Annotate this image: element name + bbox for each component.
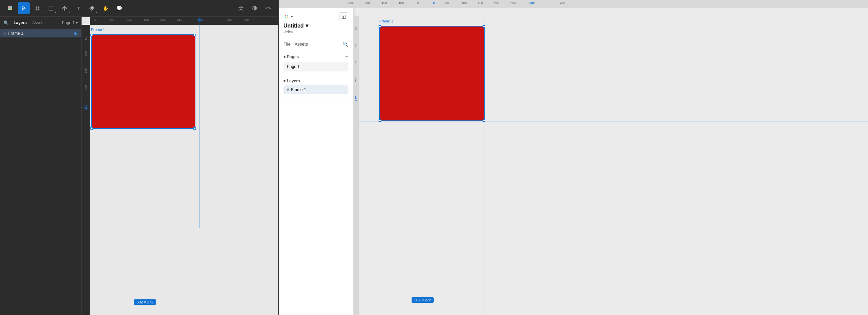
r-left-200: 200 xyxy=(354,77,358,82)
ruler-mark-450: 450 xyxy=(244,18,249,21)
contrast-btn[interactable] xyxy=(248,2,261,14)
svg-point-5 xyxy=(64,10,65,11)
red-rectangle xyxy=(92,35,195,128)
r-left-50: 50 xyxy=(354,27,358,30)
pen-tool-btn[interactable]: ▾ xyxy=(58,2,71,14)
r-ruler-m100: -100 xyxy=(398,1,404,5)
dev-mode-btn[interactable]: </> xyxy=(262,2,274,14)
ruler-mark-400: 400 xyxy=(227,18,232,21)
toolbar-right-tools: </> xyxy=(235,2,274,14)
r-ruler-150: 150 xyxy=(478,1,483,5)
svg-rect-2 xyxy=(8,9,10,10)
r-ruler-250: 250 xyxy=(510,1,516,5)
rs-title[interactable]: Untitled ▾ xyxy=(283,22,348,29)
rs-pages-section: ▾ Pages + Page 1 xyxy=(279,50,353,75)
svg-rect-1 xyxy=(11,6,12,8)
hand-tool-btn[interactable]: ✋ xyxy=(99,2,111,14)
star-btn[interactable] xyxy=(235,2,247,14)
rs-page1-item[interactable]: Page 1 xyxy=(283,62,348,71)
ruler-vertical-line xyxy=(199,17,200,228)
rs-delete-btn[interactable]: delete xyxy=(283,29,348,35)
sidebar-search-icon[interactable]: 🔍 xyxy=(3,20,9,26)
sidebar-tab-layers[interactable]: Layers xyxy=(12,19,29,26)
rs-top-row: ▾ xyxy=(283,12,348,21)
frame-icon: # xyxy=(4,31,6,35)
text-tool-btn[interactable]: T xyxy=(72,2,84,14)
r-ruler-m150: -150 xyxy=(381,1,387,5)
rs-tab-assets[interactable]: Assets xyxy=(295,41,308,47)
sidebar-tab-assets[interactable]: Assets xyxy=(30,19,47,26)
left-canvas: 0 50 100 150 200 250 302 400 450 50 10 xyxy=(82,17,278,315)
svg-rect-12 xyxy=(287,17,289,19)
rs-pages-title: ▾ Pages xyxy=(283,54,299,59)
left-size-badge: 302 × 272 xyxy=(134,299,156,305)
component-tool-btn[interactable]: ▾ xyxy=(86,2,98,14)
svg-rect-10 xyxy=(287,15,289,17)
corner-tr[interactable] xyxy=(193,34,196,36)
rs-layers-section: ▾ Layers # Frame 1 xyxy=(279,75,353,98)
r-ruler-m50: -50 xyxy=(415,1,419,5)
r-ruler-50: 50 xyxy=(445,1,449,5)
left-ruler-top: 0 50 100 150 200 250 302 400 450 xyxy=(90,17,278,25)
figma-logo-btn[interactable] xyxy=(4,2,16,14)
sidebar-tabs-row: 🔍 Layers Assets Page 1 ▾ xyxy=(0,17,81,29)
rs-tab-file[interactable]: File xyxy=(283,41,291,47)
r-ruler-100: 100 xyxy=(462,1,467,5)
right-corner-tl[interactable] xyxy=(379,25,381,28)
corner-bl[interactable] xyxy=(90,127,93,130)
right-frame-box[interactable] xyxy=(379,26,485,121)
left-frame-label: Frame 1 xyxy=(91,28,105,32)
rs-layer-frame1[interactable]: # Frame 1 xyxy=(283,85,348,94)
right-frame-label: Frame 1 xyxy=(379,19,393,23)
svg-rect-0 xyxy=(8,6,10,8)
left-frame-box[interactable] xyxy=(91,34,195,129)
right-app-inner: ▾ Untitled ▾ delete File xyxy=(279,8,868,315)
visibility-icon[interactable]: ◉ xyxy=(74,31,77,36)
ruler-horiz-line xyxy=(82,107,89,108)
corner-br[interactable] xyxy=(193,127,196,130)
rs-pages-header[interactable]: ▾ Pages + xyxy=(283,54,348,60)
rs-logo-caret: ▾ xyxy=(291,15,293,19)
r-ruler-0: 0 xyxy=(433,1,435,5)
rs-pages-add[interactable]: + xyxy=(345,54,348,60)
layer-frame1[interactable]: # Frame 1 ◉ xyxy=(0,29,81,37)
rs-layers-title: ▾ Layers xyxy=(283,79,300,83)
rs-layers-header[interactable]: ▾ Layers xyxy=(283,79,348,83)
ruler-left-mark-272: 272 xyxy=(84,104,87,110)
toolbar-sep xyxy=(128,5,128,12)
right-sidebar-header: ▾ Untitled ▾ delete xyxy=(279,8,353,38)
r-left-150: 150 xyxy=(354,60,358,65)
r-ruler-m200: -200 xyxy=(364,1,370,5)
left-ruler-left: 50 100 150 200 272 xyxy=(82,25,90,315)
ruler-left-mark-150: 150 xyxy=(84,68,87,73)
r-left-272: 272 xyxy=(354,96,358,101)
svg-rect-11 xyxy=(285,17,287,19)
right-canvas: 50 100 150 200 272 Frame 1 xyxy=(353,8,868,315)
ruler-left-mark-100: 100 xyxy=(84,51,87,56)
r-ruler-200: 200 xyxy=(494,1,499,5)
comment-tool-btn[interactable]: 💬 xyxy=(113,2,125,14)
right-ruler-left: 50 100 150 200 272 xyxy=(353,16,359,315)
rs-layout-icon[interactable] xyxy=(340,12,348,21)
select-tool-btn[interactable] xyxy=(18,2,30,14)
r-ruler-400: 400 xyxy=(560,1,565,5)
svg-rect-9 xyxy=(285,15,287,17)
rs-logo-btn[interactable]: ▾ xyxy=(283,14,293,20)
right-sidebar-panel: ▾ Untitled ▾ delete File xyxy=(279,8,353,315)
svg-rect-13 xyxy=(342,15,346,19)
layer-name: Frame 1 xyxy=(8,31,23,36)
left-canvas-content: Frame 1 302 × 272 xyxy=(90,25,278,315)
rs-nav: File Assets 🔍 xyxy=(279,38,353,50)
left-sidebar: 🔍 Layers Assets Page 1 ▾ # Frame 1 ◉ xyxy=(0,17,82,315)
right-ruler-vline xyxy=(485,16,485,315)
svg-rect-3 xyxy=(11,9,12,10)
ruler-left-mark-50: 50 xyxy=(84,37,87,40)
ruler-mark-100: 100 xyxy=(127,18,132,21)
shape-tool-btn[interactable]: ▾ xyxy=(45,2,57,14)
right-size-badge: 302 × 272 xyxy=(412,297,434,303)
rs-search-icon[interactable]: 🔍 xyxy=(343,42,348,47)
ruler-mark-150: 150 xyxy=(144,18,149,21)
page-selector[interactable]: Page 1 ▾ xyxy=(62,20,78,25)
frame-tool-btn[interactable]: ▾ xyxy=(31,2,44,14)
corner-tl[interactable] xyxy=(90,34,93,36)
